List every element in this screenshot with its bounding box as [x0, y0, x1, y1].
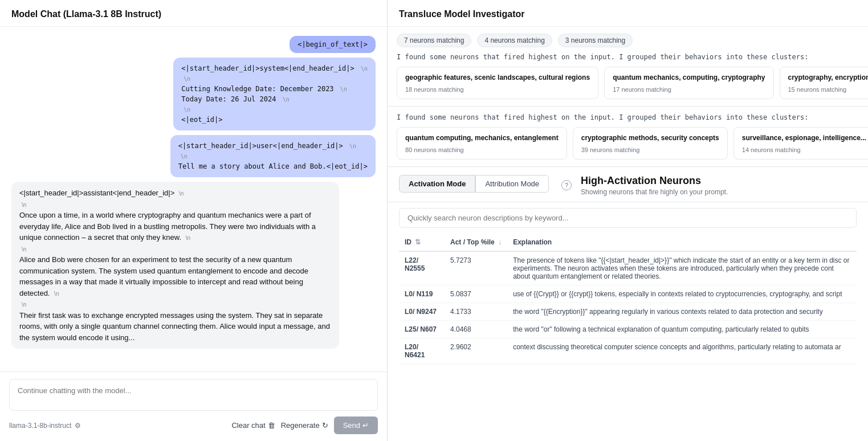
- cell-act: 4.0468: [445, 320, 507, 338]
- cluster-cards-1: geographic features, scenic landscapes, …: [397, 67, 859, 99]
- cell-act: 4.1733: [445, 303, 507, 320]
- sort-icon-id: ⇅: [415, 238, 421, 246]
- cluster-card[interactable]: quantum mechanics, computing, cryptograp…: [604, 67, 773, 99]
- attribution-mode-button[interactable]: Attribution Mode: [475, 175, 549, 193]
- action-buttons: Clear chat 🗑 Regenerate ↻ Send ↵: [231, 416, 378, 434]
- table-row[interactable]: L25/ N607 4.0468 the word "or" following…: [399, 320, 857, 338]
- cluster-intro-2: I found some neurons that fired highest …: [397, 113, 859, 121]
- cell-id: L20/ N6421: [399, 338, 445, 364]
- chat-input-area: llama-3.1-8b-instruct ⚙ Clear chat 🗑 Reg…: [0, 371, 387, 441]
- mode-buttons: Activation Mode Attribution Mode: [399, 175, 549, 193]
- chat-input[interactable]: [9, 379, 378, 411]
- col-header-act[interactable]: Act / Top %ile ↓: [445, 234, 507, 251]
- cell-explanation: the word "{{Encryption}}" appearing regu…: [507, 303, 857, 320]
- cluster-top-chips: 7 neurons matching 4 neurons matching 3 …: [397, 34, 859, 47]
- cluster-card[interactable]: surveillance, espionage, intelligence...…: [733, 127, 868, 160]
- cluster-section-1: 7 neurons matching 4 neurons matching 3 …: [388, 27, 868, 107]
- cluster-section-2: I found some neurons that fired highest …: [388, 107, 868, 167]
- table-row[interactable]: L0/ N119 5.0837 use of {{Crypt}} or {{cr…: [399, 285, 857, 303]
- cluster-chip[interactable]: 7 neurons matching: [397, 34, 471, 47]
- left-panel: Model Chat (Llama-3.1 8B Instruct) <|beg…: [0, 0, 388, 441]
- sort-icon-act: ↓: [498, 238, 502, 246]
- cell-id: L0/ N9247: [399, 303, 445, 320]
- cell-explanation: The presence of tokens like "{{<|start_h…: [507, 251, 857, 285]
- cell-explanation: the word "or" following a technical expl…: [507, 320, 857, 338]
- neuron-subtitle: Showing neurons that fire highly on your…: [581, 188, 857, 196]
- chat-actions: llama-3.1-8b-instruct ⚙ Clear chat 🗑 Reg…: [9, 416, 378, 434]
- cell-act: 5.0837: [445, 285, 507, 303]
- cell-explanation: use of {{Crypt}} or {{crypt}} tokens, es…: [507, 285, 857, 303]
- cluster-card[interactable]: cryptographic methods, security concepts…: [573, 127, 728, 160]
- cell-act: 5.7273: [445, 251, 507, 285]
- send-button[interactable]: Send ↵: [334, 416, 378, 434]
- cluster-intro: I found some neurons that fired highest …: [397, 53, 859, 61]
- neuron-title-block: High-Activation Neurons Showing neurons …: [581, 175, 857, 196]
- cluster-card[interactable]: quantum computing, mechanics, entangleme…: [397, 127, 567, 160]
- cell-id: L22/ N2555: [399, 251, 445, 285]
- message-assistant: <|start_header_id|>assistant<|end_header…: [11, 182, 339, 349]
- col-header-explanation: Explanation: [507, 234, 857, 251]
- table-row[interactable]: L20/ N6421 2.9602 context discussing the…: [399, 338, 857, 364]
- regenerate-button[interactable]: Regenerate ↻: [281, 421, 328, 430]
- neuron-title: High-Activation Neurons: [581, 175, 857, 187]
- table-row[interactable]: L0/ N9247 4.1733 the word "{{Encryption}…: [399, 303, 857, 320]
- clear-chat-button[interactable]: Clear chat 🗑: [231, 421, 275, 430]
- gear-icon[interactable]: ⚙: [75, 422, 81, 430]
- table-row[interactable]: L22/ N2555 5.7273 The presence of tokens…: [399, 251, 857, 285]
- help-icon[interactable]: ?: [561, 180, 572, 190]
- cluster-card[interactable]: geographic features, scenic landscapes, …: [397, 67, 598, 99]
- cell-act: 2.9602: [445, 338, 507, 364]
- chat-area: <|begin_of_text|> <|start_header_id|>sys…: [0, 27, 387, 371]
- cluster-cards-2: quantum computing, mechanics, entangleme…: [397, 127, 859, 160]
- neuron-search-input[interactable]: [399, 208, 857, 228]
- col-header-id[interactable]: ID ⇅: [399, 234, 445, 251]
- refresh-icon: ↻: [322, 421, 328, 430]
- cell-explanation: context discussing theoretical computer …: [507, 338, 857, 364]
- message-system: <|start_header_id|>system<|end_header_id…: [173, 58, 376, 130]
- cell-id: L25/ N607: [399, 320, 445, 338]
- cluster-chip[interactable]: 3 neurons matching: [558, 34, 633, 47]
- right-panel: Transluce Model Investigator 7 neurons m…: [388, 0, 868, 441]
- neuron-section: Activation Mode Attribution Mode ? High-…: [388, 167, 868, 441]
- activation-mode-button[interactable]: Activation Mode: [399, 175, 475, 193]
- right-title: Transluce Model Investigator: [388, 0, 868, 27]
- chat-title: Model Chat (Llama-3.1 8B Instruct): [0, 0, 387, 27]
- cell-id: L0/ N119: [399, 285, 445, 303]
- send-icon: ↵: [362, 421, 369, 430]
- message-begin: <|begin_of_text|>: [290, 36, 376, 53]
- neuron-table: ID ⇅ Act / Top %ile ↓ Explanation L22/ N…: [399, 234, 857, 441]
- message-user: <|start_header_id|>user<|end_header_id|>…: [170, 135, 376, 177]
- cluster-card[interactable]: cryptography, encryption, cryptographic.…: [780, 67, 869, 99]
- model-label: llama-3.1-8b-instruct ⚙: [9, 422, 81, 430]
- neuron-header: Activation Mode Attribution Mode ? High-…: [388, 167, 868, 202]
- trash-icon: 🗑: [268, 421, 275, 430]
- cluster-chip[interactable]: 4 neurons matching: [477, 34, 552, 47]
